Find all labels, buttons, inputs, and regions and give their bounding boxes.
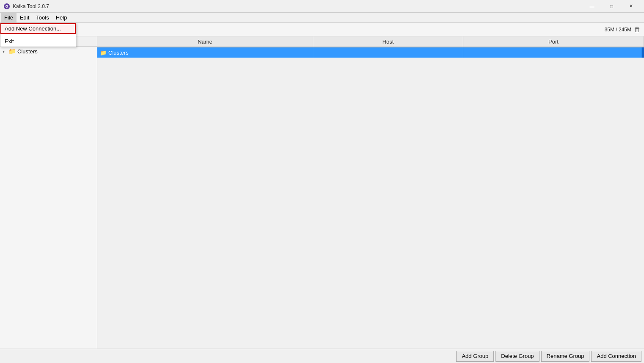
title-bar-left: Kafka Tool 2.0.7 (3, 3, 49, 10)
trash-icon: 🗑 (634, 26, 641, 33)
memory-label: 35M / 245M (605, 27, 631, 33)
clear-button[interactable]: 🗑 (634, 26, 641, 33)
close-button[interactable]: ✕ (621, 0, 641, 13)
app-title: Kafka Tool 2.0.7 (13, 3, 49, 9)
table-row[interactable]: 📁 Clusters (97, 47, 644, 58)
add-connection-button[interactable]: Add Connection (591, 351, 641, 362)
table-cell-name: 📁 Clusters (97, 47, 313, 58)
table-cell-host (313, 47, 463, 58)
add-new-connection-menuitem[interactable]: Add New Connection... (0, 23, 76, 34)
tree-item-clusters[interactable]: ▾ 📁 Clusters (0, 47, 97, 56)
menu-tools[interactable]: Tools (33, 13, 52, 22)
folder-icon: 📁 (8, 48, 16, 55)
tree-item-label: Clusters (17, 48, 38, 55)
delete-group-button[interactable]: Delete Group (495, 351, 539, 362)
maximize-button[interactable]: □ (602, 0, 621, 13)
window-controls: — □ ✕ (582, 0, 641, 13)
main-area: ↓ ▾ 📁 Clusters Name Host Port 📁 (0, 36, 644, 349)
selected-indicator (642, 47, 644, 58)
menu-help[interactable]: Help (52, 13, 71, 22)
file-dropdown-menu: Add New Connection... Exit (0, 23, 76, 47)
col-header-port: Port (463, 36, 644, 47)
detail-panel: Name Host Port 📁 Clusters (97, 36, 644, 349)
menu-separator (0, 35, 76, 35)
sidebar: ↓ ▾ 📁 Clusters (0, 36, 97, 349)
bottom-toolbar: Add Group Delete Group Rename Group Add … (0, 349, 644, 363)
table-cell-port (463, 47, 642, 58)
rename-group-button[interactable]: Rename Group (541, 351, 590, 362)
table-body: 📁 Clusters (97, 47, 644, 349)
col-header-host: Host (313, 36, 463, 47)
menu-edit[interactable]: Edit (17, 13, 33, 22)
col-header-name: Name (97, 36, 313, 47)
main-toolbar: 35M / 245M 🗑 (0, 23, 644, 36)
exit-menuitem[interactable]: Exit (0, 36, 76, 47)
app-icon (3, 3, 10, 10)
minimize-button[interactable]: — (582, 0, 602, 13)
add-group-button[interactable]: Add Group (456, 351, 494, 362)
svg-point-2 (6, 6, 8, 7)
table-header: Name Host Port (97, 36, 644, 47)
row-folder-icon: 📁 (100, 50, 107, 56)
menu-file[interactable]: File (1, 13, 17, 22)
title-bar: Kafka Tool 2.0.7 — □ ✕ (0, 0, 644, 13)
menu-bar: File Edit Tools Help Add New Connection.… (0, 13, 644, 23)
tree-toggle-icon: ▾ (3, 49, 7, 54)
